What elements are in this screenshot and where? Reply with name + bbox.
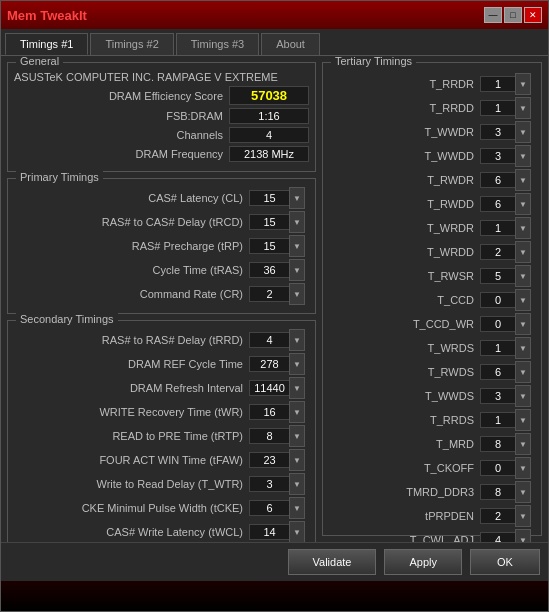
- validate-button[interactable]: Validate: [288, 549, 377, 575]
- secondary-input-5[interactable]: [249, 452, 289, 468]
- secondary-arrow-5[interactable]: ▼: [289, 449, 305, 471]
- tertiary-arrow-18[interactable]: ▼: [515, 505, 531, 527]
- right-panel: Tertiary Timings T_RRDR ▼ T_RRDD ▼ T_WWD…: [322, 62, 542, 536]
- secondary-control-3: ▼: [249, 401, 309, 423]
- tertiary-input-9[interactable]: [480, 292, 515, 308]
- secondary-label-4: READ to PRE Time (tRTP): [14, 430, 249, 442]
- secondary-row-7: CKE Minimul Pulse Width (tCKE) ▼: [14, 497, 309, 519]
- secondary-control-2: ▼: [249, 377, 309, 399]
- tertiary-input-2[interactable]: [480, 124, 515, 140]
- minimize-button[interactable]: —: [484, 7, 502, 23]
- tertiary-input-17[interactable]: [480, 484, 515, 500]
- tertiary-arrow-6[interactable]: ▼: [515, 217, 531, 239]
- tab-timings1[interactable]: Timings #1: [5, 33, 88, 55]
- secondary-input-7[interactable]: [249, 500, 289, 516]
- footer: Validate Apply OK: [1, 542, 548, 581]
- tertiary-input-14[interactable]: [480, 412, 515, 428]
- primary-arrow-0[interactable]: ▼: [289, 187, 305, 209]
- ok-button[interactable]: OK: [470, 549, 540, 575]
- primary-arrow-4[interactable]: ▼: [289, 283, 305, 305]
- tertiary-arrow-15[interactable]: ▼: [515, 433, 531, 455]
- tertiary-input-16[interactable]: [480, 460, 515, 476]
- secondary-input-8[interactable]: [249, 524, 289, 540]
- secondary-arrow-6[interactable]: ▼: [289, 473, 305, 495]
- tertiary-input-4[interactable]: [480, 172, 515, 188]
- tertiary-input-6[interactable]: [480, 220, 515, 236]
- tertiary-input-19[interactable]: [480, 532, 515, 542]
- tab-timings3[interactable]: Timings #3: [176, 33, 259, 55]
- efficiency-label: DRAM Efficiency Score: [14, 90, 229, 102]
- primary-arrow-3[interactable]: ▼: [289, 259, 305, 281]
- tertiary-input-8[interactable]: [480, 268, 515, 284]
- secondary-input-6[interactable]: [249, 476, 289, 492]
- tertiary-arrow-5[interactable]: ▼: [515, 193, 531, 215]
- tertiary-label-11: T_WRDS: [329, 342, 480, 354]
- tertiary-input-18[interactable]: [480, 508, 515, 524]
- tertiary-arrow-8[interactable]: ▼: [515, 265, 531, 287]
- tertiary-arrow-16[interactable]: ▼: [515, 457, 531, 479]
- primary-input-1[interactable]: [249, 214, 289, 230]
- primary-input-2[interactable]: [249, 238, 289, 254]
- tertiary-row-9: T_CCD ▼: [329, 289, 535, 311]
- secondary-input-3[interactable]: [249, 404, 289, 420]
- tertiary-arrow-19[interactable]: ▼: [515, 529, 531, 542]
- tertiary-arrow-4[interactable]: ▼: [515, 169, 531, 191]
- secondary-input-0[interactable]: [249, 332, 289, 348]
- tertiary-input-12[interactable]: [480, 364, 515, 380]
- primary-input-4[interactable]: [249, 286, 289, 302]
- tertiary-arrow-9[interactable]: ▼: [515, 289, 531, 311]
- secondary-input-4[interactable]: [249, 428, 289, 444]
- primary-input-0[interactable]: [249, 190, 289, 206]
- primary-arrow-1[interactable]: ▼: [289, 211, 305, 233]
- apply-button[interactable]: Apply: [384, 549, 462, 575]
- tertiary-arrow-12[interactable]: ▼: [515, 361, 531, 383]
- tertiary-input-5[interactable]: [480, 196, 515, 212]
- secondary-input-1[interactable]: [249, 356, 289, 372]
- tertiary-arrow-1[interactable]: ▼: [515, 97, 531, 119]
- tertiary-input-3[interactable]: [480, 148, 515, 164]
- tertiary-input-15[interactable]: [480, 436, 515, 452]
- tertiary-control-3: ▼: [480, 145, 535, 167]
- secondary-arrow-0[interactable]: ▼: [289, 329, 305, 351]
- close-button[interactable]: ✕: [524, 7, 542, 23]
- fsb-label: FSB:DRAM: [14, 110, 229, 122]
- primary-arrow-2[interactable]: ▼: [289, 235, 305, 257]
- secondary-arrow-7[interactable]: ▼: [289, 497, 305, 519]
- tertiary-input-1[interactable]: [480, 100, 515, 116]
- tertiary-control-9: ▼: [480, 289, 535, 311]
- maximize-button[interactable]: □: [504, 7, 522, 23]
- tab-about[interactable]: About: [261, 33, 320, 55]
- tertiary-input-7[interactable]: [480, 244, 515, 260]
- tab-timings2[interactable]: Timings #2: [90, 33, 173, 55]
- title-bar: Mem TweakIt — □ ✕: [1, 1, 548, 29]
- tertiary-arrow-17[interactable]: ▼: [515, 481, 531, 503]
- secondary-input-2[interactable]: [249, 380, 289, 396]
- tertiary-row-2: T_WWDR ▼: [329, 121, 535, 143]
- secondary-arrow-2[interactable]: ▼: [289, 377, 305, 399]
- tertiary-arrow-0[interactable]: ▼: [515, 73, 531, 95]
- tertiary-input-13[interactable]: [480, 388, 515, 404]
- tertiary-input-11[interactable]: [480, 340, 515, 356]
- tertiary-arrow-14[interactable]: ▼: [515, 409, 531, 431]
- secondary-arrow-1[interactable]: ▼: [289, 353, 305, 375]
- secondary-arrow-8[interactable]: ▼: [289, 521, 305, 542]
- tertiary-arrow-13[interactable]: ▼: [515, 385, 531, 407]
- secondary-arrow-3[interactable]: ▼: [289, 401, 305, 423]
- secondary-label-1: DRAM REF Cycle Time: [14, 358, 249, 370]
- tertiary-arrow-7[interactable]: ▼: [515, 241, 531, 263]
- tertiary-row-15: T_MRD ▼: [329, 433, 535, 455]
- primary-control-0: ▼: [249, 187, 309, 209]
- tertiary-arrow-3[interactable]: ▼: [515, 145, 531, 167]
- primary-row-4: Command Rate (CR) ▼: [14, 283, 309, 305]
- tertiary-arrow-11[interactable]: ▼: [515, 337, 531, 359]
- primary-input-3[interactable]: [249, 262, 289, 278]
- primary-label-0: CAS# Latency (CL): [14, 192, 249, 204]
- secondary-row-0: RAS# to RAS# Delay (tRRD) ▼: [14, 329, 309, 351]
- primary-label-1: RAS# to CAS# Delay (tRCD): [14, 216, 249, 228]
- tertiary-row-11: T_WRDS ▼: [329, 337, 535, 359]
- tertiary-input-10[interactable]: [480, 316, 515, 332]
- tertiary-input-0[interactable]: [480, 76, 515, 92]
- secondary-arrow-4[interactable]: ▼: [289, 425, 305, 447]
- tertiary-arrow-10[interactable]: ▼: [515, 313, 531, 335]
- tertiary-arrow-2[interactable]: ▼: [515, 121, 531, 143]
